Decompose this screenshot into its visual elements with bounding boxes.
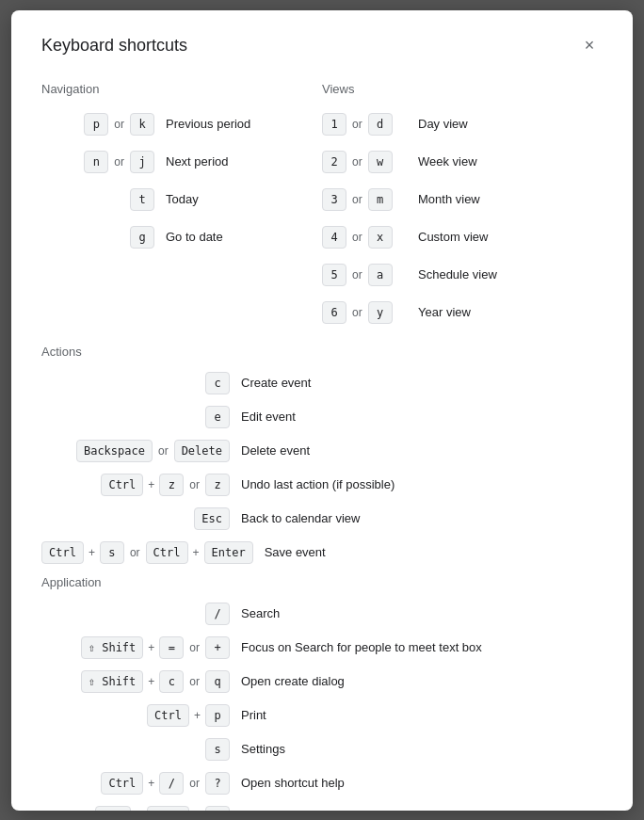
shortcut-desc: Custom view bbox=[418, 230, 488, 244]
plus-text: + bbox=[148, 675, 154, 688]
shortcut-desc: Day view bbox=[418, 117, 468, 131]
key-badge: / bbox=[205, 603, 230, 625]
key-badge: p bbox=[205, 704, 230, 727]
shortcut-row: Alt + Ctrl + . Jump to side panel bbox=[41, 806, 603, 811]
key-badge: a bbox=[368, 264, 393, 286]
key-badge: d bbox=[368, 113, 393, 136]
shortcut-desc: Settings bbox=[241, 742, 285, 756]
shortcut-row: Esc Back to calendar view bbox=[41, 507, 603, 530]
key-group: Esc bbox=[41, 507, 230, 530]
shortcut-row: t Today bbox=[41, 186, 322, 213]
shortcut-row: s Settings bbox=[41, 738, 603, 761]
key-badge: 3 bbox=[322, 188, 346, 211]
or-text: or bbox=[352, 306, 362, 319]
key-group: Backspace or Delete bbox=[41, 440, 230, 462]
shortcut-desc: Back to calendar view bbox=[241, 511, 360, 525]
shortcut-desc: Year view bbox=[418, 305, 471, 319]
key-group: Ctrl + z or z bbox=[41, 474, 230, 496]
top-sections: Navigation p or k Previous period n or j bbox=[41, 82, 603, 337]
close-button[interactable]: × bbox=[576, 33, 603, 59]
navigation-title: Navigation bbox=[41, 82, 322, 96]
shortcut-desc: Edit event bbox=[241, 410, 296, 424]
shortcut-row: 5 or a Schedule view bbox=[322, 262, 603, 288]
shortcut-row: 6 or y Year view bbox=[322, 299, 603, 326]
modal-title: Keyboard shortcuts bbox=[41, 36, 187, 56]
modal-header: Keyboard shortcuts × bbox=[41, 33, 603, 59]
key-badge: 1 bbox=[322, 113, 346, 136]
views-section: Views 1 or d Day view 2 or w Week v bbox=[322, 82, 603, 337]
key-badge: 6 bbox=[322, 301, 346, 324]
shortcut-desc: Schedule view bbox=[418, 267, 497, 281]
key-group: ⇧ Shift + = or + bbox=[41, 636, 230, 659]
key-group: n or j bbox=[41, 151, 154, 173]
shortcut-desc: Today bbox=[166, 192, 199, 206]
shortcut-row: p or k Previous period bbox=[41, 111, 322, 137]
key-badge: ⇧ Shift bbox=[81, 670, 144, 693]
shortcut-row: ⇧ Shift + c or q Open create dialog bbox=[41, 670, 603, 693]
shortcut-desc: Next period bbox=[166, 154, 228, 169]
key-badge: + bbox=[205, 636, 230, 659]
key-group: p or k bbox=[41, 113, 154, 136]
shortcut-row: 1 or d Day view bbox=[322, 111, 603, 137]
shortcut-row: c Create event bbox=[41, 372, 603, 394]
key-badge: 4 bbox=[322, 226, 346, 249]
key-badge: c bbox=[205, 372, 230, 394]
key-badge: Enter bbox=[204, 541, 253, 564]
plus-text: + bbox=[194, 709, 201, 722]
key-badge: ? bbox=[205, 772, 230, 795]
key-group: 2 or w bbox=[322, 151, 407, 173]
or-text: or bbox=[130, 546, 140, 559]
key-badge: Ctrl bbox=[41, 541, 84, 564]
shortcut-desc: Week view bbox=[418, 154, 477, 169]
key-badge: / bbox=[159, 772, 184, 795]
key-badge: Ctrl bbox=[146, 541, 188, 564]
plus-text: + bbox=[148, 641, 154, 654]
key-badge: q bbox=[205, 670, 230, 693]
key-group: 1 or d bbox=[322, 113, 407, 136]
key-group: t bbox=[41, 188, 154, 211]
or-text: or bbox=[189, 675, 200, 688]
shortcut-desc: Search bbox=[241, 606, 280, 620]
key-badge: t bbox=[130, 188, 154, 211]
shortcut-row: ⇧ Shift + = or + Focus on Search for peo… bbox=[41, 636, 603, 659]
or-text: or bbox=[189, 641, 200, 654]
shortcut-row: / Search bbox=[41, 603, 603, 625]
shortcut-desc: Create event bbox=[241, 376, 311, 390]
key-badge: p bbox=[84, 113, 108, 136]
application-section: Application / Search ⇧ Shift + = or + Fo… bbox=[41, 575, 603, 811]
key-badge: e bbox=[205, 406, 230, 428]
shortcut-desc: Open create dialog bbox=[241, 674, 345, 688]
shortcut-row: Ctrl + p Print bbox=[41, 704, 603, 727]
key-badge: y bbox=[368, 301, 393, 324]
or-text: or bbox=[352, 155, 362, 169]
plus-text: + bbox=[148, 777, 154, 790]
key-group: g bbox=[41, 226, 154, 249]
shortcut-row: n or j Next period bbox=[41, 149, 322, 175]
key-badge: Alt bbox=[95, 806, 131, 811]
keyboard-shortcuts-modal: Keyboard shortcuts × Navigation p or k P… bbox=[11, 10, 633, 811]
shortcut-row: 4 or x Custom view bbox=[322, 224, 603, 250]
key-group: Alt + Ctrl + . bbox=[41, 806, 230, 811]
key-badge: . bbox=[205, 806, 230, 811]
or-text: or bbox=[189, 478, 200, 491]
key-badge: k bbox=[130, 113, 154, 136]
key-group: e bbox=[41, 406, 230, 428]
shortcut-row: Ctrl + s or Ctrl + Enter Save event bbox=[41, 541, 603, 564]
key-group: 5 or a bbox=[322, 264, 407, 286]
or-text: or bbox=[189, 777, 200, 790]
key-group: / bbox=[41, 603, 230, 625]
key-badge: Delete bbox=[174, 440, 230, 462]
key-badge: ⇧ Shift bbox=[81, 636, 144, 659]
plus-text: + bbox=[148, 478, 154, 491]
or-text: or bbox=[352, 268, 362, 281]
actions-section: Actions c Create event e Edit event Back… bbox=[41, 345, 603, 564]
shortcut-row: e Edit event bbox=[41, 406, 603, 428]
shortcut-desc: Open shortcut help bbox=[241, 776, 345, 790]
shortcut-desc: Month view bbox=[418, 192, 480, 206]
key-badge: x bbox=[368, 226, 393, 249]
key-badge: s bbox=[100, 541, 124, 564]
shortcut-row: Backspace or Delete Delete event bbox=[41, 440, 603, 462]
key-badge: n bbox=[84, 151, 108, 173]
plus-text: + bbox=[193, 546, 200, 559]
actions-title: Actions bbox=[41, 345, 603, 359]
